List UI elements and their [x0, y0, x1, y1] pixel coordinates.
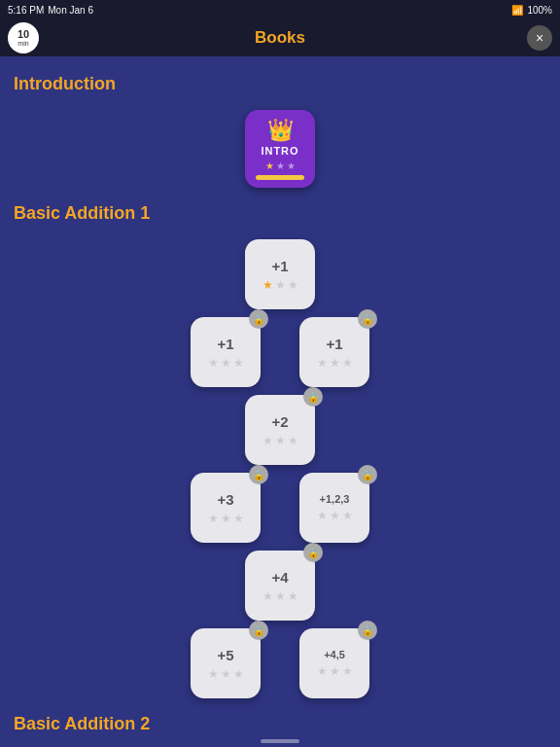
lock-icon-ba1-4: 🔒 — [303, 387, 323, 407]
lock-icon-ba1-6: 🔒 — [358, 465, 377, 484]
stars-ba1-9: ★ ★ ★ — [317, 664, 353, 678]
star-3: ★ — [233, 356, 244, 370]
lock-icon-ba1-3: 🔒 — [358, 309, 377, 329]
intro-label: INTRO — [261, 145, 298, 157]
card-label-ba1-7: +4 — [271, 569, 288, 586]
stars-ba1-8: ★ ★ ★ — [208, 667, 244, 681]
book-card-ba1-9[interactable]: 🔒 +4,5 ★ ★ ★ — [299, 628, 369, 698]
section-label-basic-addition-1: Basic Addition 1 — [0, 196, 560, 231]
book-card-ba1-6[interactable]: 🔒 +1,2,3 ★ ★ ★ — [299, 473, 369, 543]
status-time: 5:16 PM — [8, 5, 44, 16]
star-2: ★ — [330, 664, 340, 678]
book-card-ba1-8[interactable]: 🔒 +5 ★ ★ ★ — [191, 628, 261, 698]
wifi-icon: 📶 — [511, 5, 523, 16]
star-2: ★ — [221, 356, 231, 370]
timer-unit: min — [18, 40, 28, 47]
main-content: Introduction 👑 INTRO ★ ★ ★ Basic Additio… — [0, 56, 560, 747]
header-title: Books — [255, 28, 305, 48]
intro-star-3: ★ — [287, 160, 296, 171]
book-card-ba1-2[interactable]: 🔒 +1 ★ ★ ★ — [191, 317, 261, 387]
row-ba1-8: 🔒 +5 ★ ★ ★ 🔒 +4,5 ★ ★ ★ — [0, 628, 560, 698]
row-ba1-7: 🔒 +4 ★ ★ ★ — [0, 551, 560, 621]
intro-row: 👑 INTRO ★ ★ ★ — [0, 110, 560, 188]
card-label-ba1-8: +5 — [217, 647, 233, 663]
intro-star-1: ★ — [265, 160, 274, 171]
stars-ba1-2: ★ ★ ★ — [208, 356, 244, 370]
lock-icon-ba1-2: 🔒 — [249, 309, 268, 329]
star-2: ★ — [275, 434, 286, 447]
star-2: ★ — [330, 509, 340, 522]
row-ba1-2: 🔒 +1 ★ ★ ★ 🔒 +1 ★ ★ ★ — [0, 317, 560, 387]
close-icon: × — [536, 30, 543, 46]
intro-star-2: ★ — [276, 160, 285, 171]
star-3: ★ — [233, 512, 244, 525]
intro-stars: ★ ★ ★ — [265, 160, 296, 171]
book-card-ba1-5[interactable]: 🔒 +3 ★ ★ ★ — [191, 473, 261, 543]
stars-ba1-5: ★ ★ ★ — [208, 512, 244, 525]
star-3: ★ — [288, 589, 298, 603]
star-1: ★ — [262, 434, 273, 447]
card-label-ba1-3: +1 — [326, 336, 342, 352]
section-label-basic-addition-2: Basic Addition 2 — [0, 706, 560, 742]
card-label-ba1-6: +1,2,3 — [320, 493, 350, 505]
status-right: 📶 100% — [511, 5, 552, 16]
star-2: ★ — [330, 356, 340, 370]
star-3: ★ — [342, 356, 353, 370]
intro-book[interactable]: 👑 INTRO ★ ★ ★ — [245, 110, 315, 188]
close-button[interactable]: × — [527, 25, 552, 51]
stars-ba1-3: ★ ★ ★ — [317, 356, 353, 370]
star-3: ★ — [233, 667, 244, 681]
book-card-ba1-4[interactable]: 🔒 +2 ★ ★ ★ — [245, 395, 315, 465]
star-3: ★ — [342, 509, 353, 522]
card-label-ba1-2: +1 — [217, 336, 233, 352]
lock-icon-ba1-9: 🔒 — [358, 621, 377, 640]
card-label-ba1-1: +1 — [271, 258, 288, 274]
star-3: ★ — [288, 434, 298, 447]
row-ba1-1: +1 ★ ★ ★ — [0, 239, 560, 309]
row-ba1-5: 🔒 +3 ★ ★ ★ 🔒 +1,2,3 ★ ★ ★ — [0, 473, 560, 543]
stars-ba1-7: ★ ★ ★ — [262, 589, 298, 603]
lock-icon-ba1-8: 🔒 — [249, 621, 268, 640]
book-card-ba1-3[interactable]: 🔒 +1 ★ ★ ★ — [299, 317, 369, 387]
book-card-ba1-1[interactable]: +1 ★ ★ ★ — [245, 239, 315, 309]
star-2: ★ — [275, 278, 286, 292]
scroll-indicator — [261, 739, 299, 743]
status-bar: 5:16 PM Mon Jan 6 📶 100% — [0, 0, 560, 19]
battery-text: 100% — [527, 5, 552, 16]
book-card-ba1-7[interactable]: 🔒 +4 ★ ★ ★ — [245, 551, 315, 621]
star-2: ★ — [221, 512, 231, 525]
section-label-introduction: Introduction — [0, 66, 560, 102]
intro-bottom-bar — [256, 175, 304, 180]
stars-ba1-4: ★ ★ ★ — [262, 434, 298, 447]
lock-icon-ba1-7: 🔒 — [303, 543, 323, 562]
star-2: ★ — [275, 589, 286, 603]
star-1: ★ — [317, 664, 328, 678]
status-left: 5:16 PM Mon Jan 6 — [8, 5, 93, 16]
star-1: ★ — [208, 667, 219, 681]
stars-ba1-1: ★ ★ ★ — [262, 278, 298, 292]
star-1: ★ — [262, 278, 273, 292]
row-ba1-4: 🔒 +2 ★ ★ ★ — [0, 395, 560, 465]
card-label-ba1-4: +2 — [271, 413, 288, 430]
star-1: ★ — [317, 509, 328, 522]
status-day: Mon Jan 6 — [48, 5, 93, 16]
timer-value: 10 — [18, 29, 29, 40]
card-label-ba1-5: +3 — [217, 491, 233, 508]
lock-icon-ba1-5: 🔒 — [249, 465, 268, 484]
star-1: ★ — [262, 589, 273, 603]
crown-icon: 👑 — [267, 118, 294, 143]
card-label-ba1-9: +4,5 — [324, 649, 345, 660]
star-3: ★ — [342, 664, 353, 678]
star-3: ★ — [288, 278, 298, 292]
star-1: ★ — [317, 356, 328, 370]
stars-ba1-6: ★ ★ ★ — [317, 509, 353, 522]
timer-button[interactable]: 10 min — [8, 22, 39, 53]
star-2: ★ — [221, 667, 231, 681]
header: 10 min Books × — [0, 19, 560, 56]
star-1: ★ — [208, 356, 219, 370]
star-1: ★ — [208, 512, 219, 525]
